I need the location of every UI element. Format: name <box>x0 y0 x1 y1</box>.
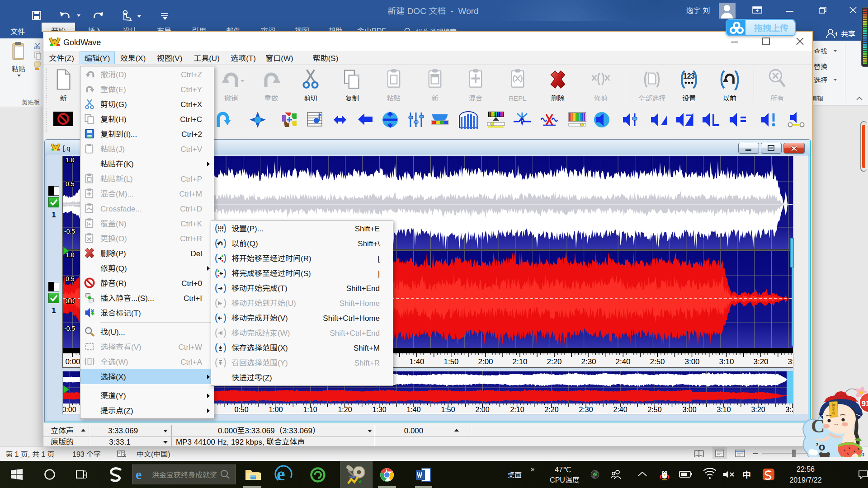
svg-text:2:00: 2:00 <box>475 406 489 413</box>
svg-text:3:30: 3:30 <box>785 406 793 413</box>
svg-text:1:50: 1:50 <box>443 357 458 366</box>
svg-text:3:20: 3:20 <box>753 357 768 366</box>
svg-text:1.0: 1.0 <box>66 156 75 164</box>
svg-text:-0.5: -0.5 <box>64 325 75 332</box>
svg-text:3:30: 3:30 <box>788 357 793 366</box>
svg-text:符: 符 <box>832 410 836 415</box>
svg-text:3:20: 3:20 <box>751 406 765 413</box>
svg-text:2:10: 2:10 <box>512 357 527 366</box>
svg-text:C: C <box>811 416 825 436</box>
svg-text:2:00: 2:00 <box>478 357 493 366</box>
svg-text:2:20: 2:20 <box>544 406 558 413</box>
svg-text:3:10: 3:10 <box>719 357 734 366</box>
svg-text:123: 123 <box>683 72 695 80</box>
svg-text:1:40: 1:40 <box>409 357 424 366</box>
svg-text:0:50: 0:50 <box>234 406 248 413</box>
svg-text:1:00: 1:00 <box>269 406 283 413</box>
svg-text:2:10: 2:10 <box>510 406 524 413</box>
svg-text:1:10: 1:10 <box>303 406 317 413</box>
svg-text:1:40: 1:40 <box>406 406 420 413</box>
svg-text:123: 123 <box>217 225 224 230</box>
svg-text:1:50: 1:50 <box>441 406 455 413</box>
svg-text:3:00: 3:00 <box>682 406 696 413</box>
svg-text:0.5: 0.5 <box>66 275 75 282</box>
svg-text:1:20: 1:20 <box>338 406 352 413</box>
svg-text:0.0: 0.0 <box>66 297 75 305</box>
svg-text:2:40: 2:40 <box>613 406 627 413</box>
svg-text:-0.5: -0.5 <box>64 228 75 235</box>
svg-text:0:00: 0:00 <box>65 357 80 366</box>
svg-text:2:30: 2:30 <box>579 406 593 413</box>
svg-text:2:20: 2:20 <box>547 357 561 366</box>
svg-text:2:50: 2:50 <box>647 406 661 413</box>
svg-text:3:10: 3:10 <box>717 406 731 413</box>
svg-text:3:00: 3:00 <box>684 357 699 366</box>
svg-text:0.5: 0.5 <box>66 180 75 188</box>
svg-text:2:50: 2:50 <box>650 357 665 366</box>
svg-text:1:30: 1:30 <box>372 406 386 413</box>
svg-text:2:40: 2:40 <box>615 357 630 366</box>
svg-text:0:00: 0:00 <box>63 406 76 413</box>
svg-text:2:30: 2:30 <box>581 357 596 366</box>
